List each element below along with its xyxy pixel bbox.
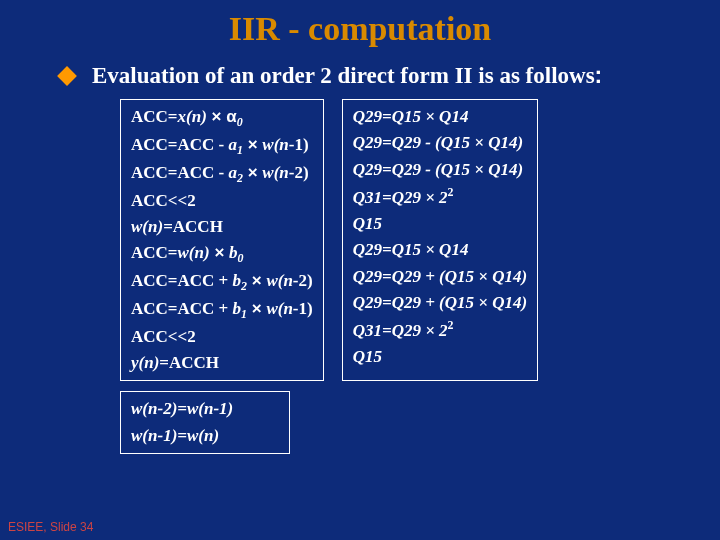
bullet-text: Evaluation of an order 2 direct form II …: [92, 62, 602, 89]
r-r1: Q29=Q29 - (Q15 × Q14): [353, 130, 528, 156]
r-r7: Q29=Q29 + (Q15 × Q14): [353, 290, 528, 316]
bullet-label: Evaluation of an order 2 direct form II …: [92, 63, 595, 88]
r-r0: Q29=Q15 × Q14: [353, 104, 528, 130]
r-r3: Q31=Q29 × 22: [353, 183, 528, 211]
r-r5: Q29=Q15 × Q14: [353, 237, 528, 263]
r-r6: Q29=Q29 + (Q15 × Q14): [353, 264, 528, 290]
footer: ESIEE, Slide 34: [8, 520, 93, 534]
bullet-colon: :: [595, 62, 603, 88]
left-box: ACC=x(n) × α0 ACC=ACC - a1 × w(n-1) ACC=…: [120, 99, 324, 381]
diamond-icon: [57, 66, 77, 86]
r-r2: Q29=Q29 - (Q15 × Q14): [353, 157, 528, 183]
bottom-box: w(n-2)=w(n-1) w(n-1)=w(n): [120, 391, 290, 454]
l-r8: ACC<<2: [131, 324, 313, 350]
l-r1: ACC=ACC - a1 × w(n-1): [131, 132, 313, 160]
l-r9: y(n)=ACCH: [131, 350, 313, 376]
l-r5: ACC=w(n) × b0: [131, 240, 313, 268]
l-r3: ACC<<2: [131, 188, 313, 214]
bullet-row: Evaluation of an order 2 direct form II …: [60, 62, 720, 89]
r-r9: Q15: [353, 344, 528, 370]
content-row: ACC=x(n) × α0 ACC=ACC - a1 × w(n-1) ACC=…: [120, 99, 720, 381]
l-r4: w(n)=ACCH: [131, 214, 313, 240]
l-r7: ACC=ACC + b1 × w(n-1): [131, 296, 313, 324]
slide-title: IIR - computation: [0, 0, 720, 48]
b-r1: w(n-1)=w(n): [131, 423, 279, 449]
r-r4: Q15: [353, 211, 528, 237]
r-r8: Q31=Q29 × 22: [353, 316, 528, 344]
l-r0: ACC=x(n) × α0: [131, 104, 313, 132]
l-r6: ACC=ACC + b2 × w(n-2): [131, 268, 313, 296]
b-r0: w(n-2)=w(n-1): [131, 396, 279, 422]
l-r2: ACC=ACC - a2 × w(n-2): [131, 160, 313, 188]
right-box: Q29=Q15 × Q14 Q29=Q29 - (Q15 × Q14) Q29=…: [342, 99, 539, 381]
